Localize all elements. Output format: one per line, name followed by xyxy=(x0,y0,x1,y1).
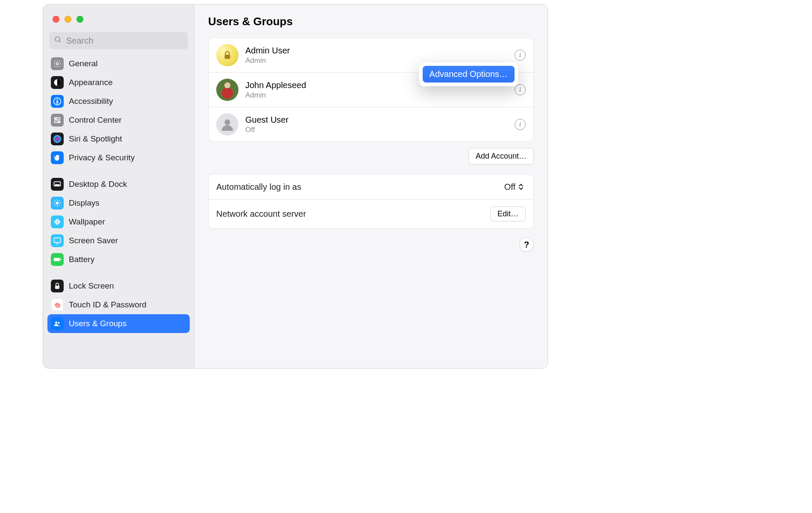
sidebar-item-touch-id-password[interactable]: Touch ID & Password xyxy=(47,295,190,314)
sidebar-item-label: Control Center xyxy=(69,115,122,125)
svg-point-2 xyxy=(56,63,59,65)
sidebar-item-label: Displays xyxy=(69,198,100,208)
sidebar-item-label: Privacy & Security xyxy=(69,153,135,163)
user-name: Admin User xyxy=(245,46,508,56)
svg-point-0 xyxy=(55,37,60,41)
siri-icon xyxy=(51,133,64,145)
sidebar-item-privacy-security[interactable]: Privacy & Security xyxy=(47,148,190,167)
users-list: Admin UserAdminiJohn AppleseedAdminiGues… xyxy=(208,38,534,142)
page-title: Users & Groups xyxy=(208,15,534,28)
sidebar-list: GeneralAppearanceAccessibilityControl Ce… xyxy=(43,53,194,337)
minimize-window-button[interactable] xyxy=(65,16,71,23)
user-role: Admin xyxy=(245,91,508,100)
svg-line-20 xyxy=(55,205,56,206)
sidebar-item-control-center[interactable]: Control Center xyxy=(47,111,190,130)
sidebar-item-label: General xyxy=(69,59,98,69)
svg-line-1 xyxy=(59,41,61,42)
help-button[interactable]: ? xyxy=(519,237,534,252)
sidebar-item-label: Desktop & Dock xyxy=(69,180,127,189)
sidebar-item-label: Lock Screen xyxy=(69,281,114,291)
control-center-icon xyxy=(51,114,64,127)
svg-point-9 xyxy=(58,121,59,123)
svg-point-8 xyxy=(55,118,56,119)
zoom-window-button[interactable] xyxy=(76,16,83,23)
svg-rect-33 xyxy=(225,55,230,59)
user-role: Off xyxy=(245,126,508,134)
svg-point-5 xyxy=(57,99,58,100)
sidebar-item-label: Accessibility xyxy=(69,97,113,106)
sidebar-item-label: Screen Saver xyxy=(69,236,118,246)
info-icon[interactable]: i xyxy=(515,84,526,95)
login-settings: Automatically log in as Off Network acco… xyxy=(208,174,534,229)
svg-rect-29 xyxy=(60,259,61,260)
displays-icon xyxy=(51,197,64,209)
info-icon[interactable]: i xyxy=(515,119,526,130)
svg-point-34 xyxy=(224,119,230,125)
svg-point-22 xyxy=(56,221,59,223)
lock-icon xyxy=(51,280,64,292)
touchid-icon xyxy=(51,298,64,311)
stepper-icon xyxy=(518,181,526,192)
sidebar-item-screen-saver[interactable]: Screen Saver xyxy=(47,231,190,250)
svg-rect-26 xyxy=(54,238,61,242)
user-row[interactable]: Guest UserOffi xyxy=(209,107,533,142)
network-server-row: Network account server Edit… xyxy=(209,200,533,228)
svg-point-25 xyxy=(54,219,60,225)
edit-network-server-button[interactable]: Edit… xyxy=(490,206,526,221)
auto-login-row: Automatically log in as Off xyxy=(209,174,533,200)
sidebar-item-label: Siri & Spotlight xyxy=(69,134,122,144)
sidebar-item-siri-spotlight[interactable]: Siri & Spotlight xyxy=(47,130,190,148)
appearance-icon xyxy=(51,76,64,89)
sidebar-item-general[interactable]: General xyxy=(47,54,190,73)
sidebar-item-lock-screen[interactable]: Lock Screen xyxy=(47,277,190,295)
sidebar-item-battery[interactable]: Battery xyxy=(47,250,190,269)
sidebar-item-displays[interactable]: Displays xyxy=(47,194,190,212)
add-account-button[interactable]: Add Account… xyxy=(468,148,534,165)
user-meta: Guest UserOff xyxy=(245,115,508,134)
svg-point-13 xyxy=(56,202,59,205)
users-icon xyxy=(51,317,64,330)
context-menu: Advanced Options… xyxy=(419,62,518,86)
system-settings-window: GeneralAppearanceAccessibilityControl Ce… xyxy=(43,4,548,369)
svg-rect-28 xyxy=(54,258,60,261)
sidebar-item-label: Touch ID & Password xyxy=(69,300,147,310)
sidebar-group-gap xyxy=(47,167,190,175)
avatar xyxy=(216,79,238,101)
wallpaper-icon xyxy=(51,215,64,228)
traffic-lights xyxy=(43,5,194,30)
gear-icon xyxy=(51,57,64,70)
sidebar-item-label: Appearance xyxy=(69,78,112,88)
svg-point-31 xyxy=(55,321,57,324)
auto-login-picker[interactable]: Off xyxy=(504,181,526,192)
battery-icon xyxy=(51,253,64,266)
dock-icon xyxy=(51,178,64,191)
sidebar-group-gap xyxy=(47,269,190,277)
avatar xyxy=(216,44,238,66)
accessibility-icon xyxy=(51,95,64,108)
info-icon[interactable]: i xyxy=(515,50,526,61)
sidebar: GeneralAppearanceAccessibilityControl Ce… xyxy=(43,5,194,368)
auto-login-label: Automatically log in as xyxy=(216,182,301,192)
sidebar-item-users-groups[interactable]: Users & Groups xyxy=(47,314,190,333)
sidebar-item-wallpaper[interactable]: Wallpaper xyxy=(47,212,190,231)
sidebar-item-appearance[interactable]: Appearance xyxy=(47,73,190,92)
svg-line-21 xyxy=(59,200,60,201)
avatar xyxy=(216,113,238,136)
svg-point-32 xyxy=(58,322,59,324)
svg-line-18 xyxy=(55,200,56,201)
close-window-button[interactable] xyxy=(53,16,59,23)
svg-rect-12 xyxy=(55,185,59,186)
advanced-options-button[interactable]: Advanced Options… xyxy=(423,66,515,83)
sidebar-item-desktop-dock[interactable]: Desktop & Dock xyxy=(47,175,190,194)
auto-login-value: Off xyxy=(504,182,515,192)
search-field[interactable] xyxy=(49,32,188,49)
sidebar-item-label: Wallpaper xyxy=(69,217,105,227)
sidebar-item-accessibility[interactable]: Accessibility xyxy=(47,92,190,111)
main-content: Users & Groups Admin UserAdminiJohn Appl… xyxy=(194,5,547,368)
sidebar-item-label: Battery xyxy=(69,255,94,265)
search-input[interactable] xyxy=(66,36,183,46)
search-icon xyxy=(54,36,62,45)
sidebar-item-label: Users & Groups xyxy=(69,319,127,329)
user-name: Guest User xyxy=(245,115,508,125)
svg-line-19 xyxy=(59,205,60,206)
